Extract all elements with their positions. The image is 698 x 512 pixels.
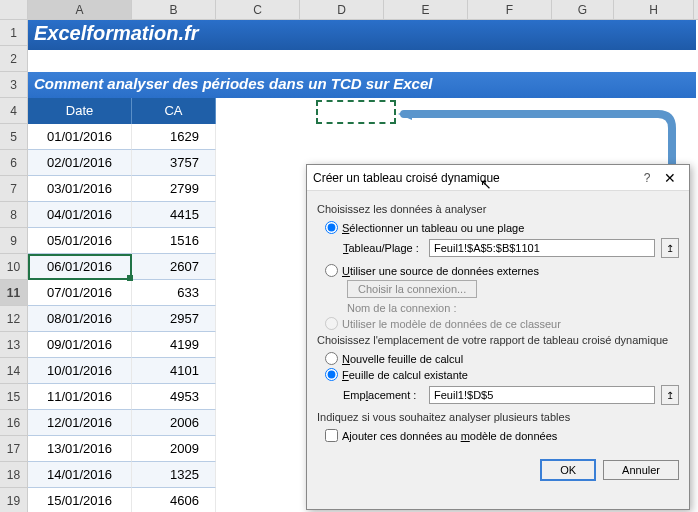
pivot-dialog: Créer un tableau croisé dynamique ? ✕ Ch…	[306, 164, 690, 510]
table-row[interactable]: 15/01/20164606	[28, 488, 216, 512]
cell-ca[interactable]: 1325	[132, 462, 216, 488]
cell-ca[interactable]: 2799	[132, 176, 216, 202]
cell-date[interactable]: 02/01/2016	[28, 150, 132, 176]
table-row[interactable]: 05/01/20161516	[28, 228, 216, 254]
row-header[interactable]: 10	[0, 254, 28, 280]
row-header[interactable]: 6	[0, 150, 28, 176]
row-header[interactable]: 3	[0, 72, 28, 98]
table-row[interactable]: 10/01/20164101	[28, 358, 216, 384]
col-header-C[interactable]: C	[216, 0, 300, 19]
cell-ca[interactable]: 1629	[132, 124, 216, 150]
row-header[interactable]: 17	[0, 436, 28, 462]
table-row[interactable]: 01/01/20161629	[28, 124, 216, 150]
section-choose-data: Choisissez les données à analyser	[317, 203, 679, 215]
table-row[interactable]: 14/01/20161325	[28, 462, 216, 488]
cell-ca[interactable]: 2957	[132, 306, 216, 332]
cell-ca[interactable]: 4101	[132, 358, 216, 384]
select-all-corner[interactable]	[0, 0, 28, 19]
table-row[interactable]: 09/01/20164199	[28, 332, 216, 358]
col-header-G[interactable]: G	[552, 0, 614, 19]
cell-ca[interactable]: 2607	[132, 254, 216, 280]
cell-ca[interactable]: 633	[132, 280, 216, 306]
location-label: Emplacement :	[343, 389, 423, 401]
cell-date[interactable]: 06/01/2016	[28, 254, 132, 280]
row-header[interactable]: 18	[0, 462, 28, 488]
col-header-D[interactable]: D	[300, 0, 384, 19]
row-header[interactable]: 2	[0, 46, 28, 72]
cell-ca[interactable]: 4606	[132, 488, 216, 512]
table-range-input[interactable]	[429, 239, 655, 257]
radio-use-model-label: Utiliser le modèle de données de ce clas…	[342, 318, 561, 330]
row-header[interactable]: 7	[0, 176, 28, 202]
col-header-H[interactable]: H	[614, 0, 694, 19]
radio-select-range[interactable]	[325, 221, 338, 234]
cell-ca[interactable]: 4415	[132, 202, 216, 228]
connection-name-label: Nom de la connexion :	[347, 302, 679, 314]
row-header[interactable]: 5	[0, 124, 28, 150]
radio-existing-sheet[interactable]	[325, 368, 338, 381]
cell-date[interactable]: 08/01/2016	[28, 306, 132, 332]
table-row[interactable]: 08/01/20162957	[28, 306, 216, 332]
choose-connection-button: Choisir la connexion...	[347, 280, 477, 298]
table-row[interactable]: 12/01/20162006	[28, 410, 216, 436]
cell-date[interactable]: 12/01/2016	[28, 410, 132, 436]
table-row[interactable]: 13/01/20162009	[28, 436, 216, 462]
table-header-ca: CA	[132, 98, 216, 124]
help-button[interactable]: ?	[637, 171, 657, 185]
cell-date[interactable]: 09/01/2016	[28, 332, 132, 358]
cell-date[interactable]: 05/01/2016	[28, 228, 132, 254]
radio-external-source[interactable]	[325, 264, 338, 277]
row-header[interactable]: 14	[0, 358, 28, 384]
cell-date[interactable]: 03/01/2016	[28, 176, 132, 202]
ok-button[interactable]: OK	[541, 460, 595, 480]
section-choose-location: Choisissez l'emplacement de votre rappor…	[317, 334, 679, 346]
cell-date[interactable]: 10/01/2016	[28, 358, 132, 384]
cell-date[interactable]: 15/01/2016	[28, 488, 132, 512]
radio-new-sheet-label: Nouvelle feuille de calcul	[342, 353, 463, 365]
radio-new-sheet[interactable]	[325, 352, 338, 365]
row-header[interactable]: 1	[0, 20, 28, 46]
dialog-titlebar[interactable]: Créer un tableau croisé dynamique ? ✕	[307, 165, 689, 191]
row-header[interactable]: 8	[0, 202, 28, 228]
table-row[interactable]: 03/01/20162799	[28, 176, 216, 202]
cell-date[interactable]: 04/01/2016	[28, 202, 132, 228]
cell-date[interactable]: 01/01/2016	[28, 124, 132, 150]
col-header-E[interactable]: E	[384, 0, 468, 19]
row-header[interactable]: 19	[0, 488, 28, 512]
col-header-A[interactable]: A	[28, 0, 132, 19]
cell-date[interactable]: 11/01/2016	[28, 384, 132, 410]
cell-ca[interactable]: 4953	[132, 384, 216, 410]
cell-ca[interactable]: 4199	[132, 332, 216, 358]
table-row[interactable]: 07/01/2016633	[28, 280, 216, 306]
table-row[interactable]: 11/01/20164953	[28, 384, 216, 410]
table-range-label: Tableau/Plage :	[343, 242, 423, 254]
subtitle-banner: Comment analyser des périodes dans un TC…	[28, 72, 696, 98]
col-header-F[interactable]: F	[468, 0, 552, 19]
collapse-dialog-icon-2[interactable]: ↥	[661, 385, 679, 405]
row-header[interactable]: 15	[0, 384, 28, 410]
row-header[interactable]: 16	[0, 410, 28, 436]
cell-date[interactable]: 07/01/2016	[28, 280, 132, 306]
cell-date[interactable]: 13/01/2016	[28, 436, 132, 462]
row-header[interactable]: 9	[0, 228, 28, 254]
collapse-dialog-icon[interactable]: ↥	[661, 238, 679, 258]
table-row[interactable]: 02/01/20163757	[28, 150, 216, 176]
row-header[interactable]: 11	[0, 280, 28, 306]
cell-ca[interactable]: 2009	[132, 436, 216, 462]
cell-ca[interactable]: 2006	[132, 410, 216, 436]
table-header-row: Date CA	[28, 98, 216, 124]
table-row[interactable]: 06/01/20162607	[28, 254, 216, 280]
table-row[interactable]: 04/01/20164415	[28, 202, 216, 228]
radio-external-label: Utiliser une source de données externes	[342, 265, 539, 277]
row-header[interactable]: 4	[0, 98, 28, 124]
checkbox-add-to-model[interactable]	[325, 429, 338, 442]
cell-ca[interactable]: 1516	[132, 228, 216, 254]
location-input[interactable]	[429, 386, 655, 404]
row-header[interactable]: 13	[0, 332, 28, 358]
cell-date[interactable]: 14/01/2016	[28, 462, 132, 488]
cancel-button[interactable]: Annuler	[603, 460, 679, 480]
col-header-B[interactable]: B	[132, 0, 216, 19]
row-header[interactable]: 12	[0, 306, 28, 332]
cell-ca[interactable]: 3757	[132, 150, 216, 176]
close-icon[interactable]: ✕	[657, 170, 683, 186]
